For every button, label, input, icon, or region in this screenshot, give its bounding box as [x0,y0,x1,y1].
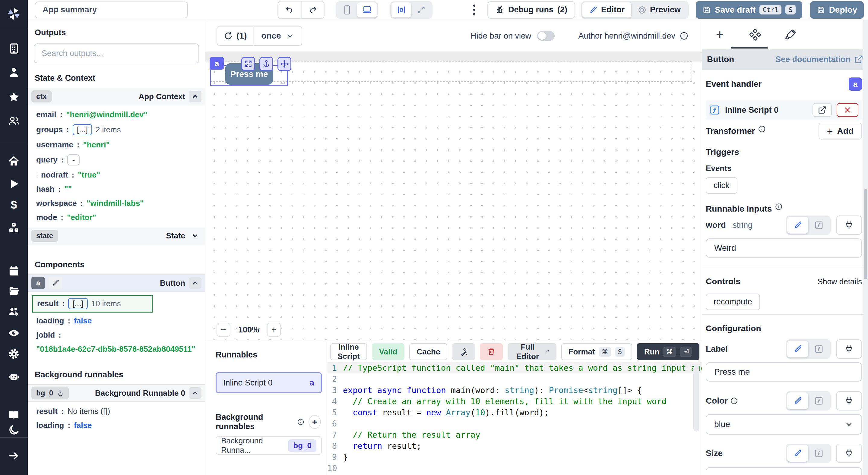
desktop-view-button[interactable] [357,2,377,18]
editor-scrollbar[interactable] [693,365,700,432]
static-mode-button[interactable] [787,341,808,358]
open-script-button[interactable] [812,103,832,117]
label-value-input[interactable] [706,362,862,381]
state-expand-button[interactable] [189,230,202,241]
app-summary-input[interactable] [35,1,188,19]
component-a-row[interactable]: "018b1a4e-62c7-db5b-8578-852ab8049511" [28,342,205,356]
building-icon[interactable] [7,42,21,55]
add-background-runnable-button[interactable]: + [309,415,321,429]
info-icon[interactable] [730,397,738,405]
info-icon[interactable] [758,125,766,133]
component-collapse-button[interactable] [189,277,202,289]
ctx-row[interactable]: mode:"editor" [28,210,205,225]
runnable-item-bg0[interactable]: Background Runna... bg_0 [216,436,322,455]
zoom-out-button[interactable]: − [217,323,230,337]
cache-button[interactable]: Cache [409,343,447,360]
play-icon[interactable] [7,177,21,191]
component-a-row[interactable]: jobId: [28,328,205,342]
ctx-row[interactable]: workspace:"windmill-labs" [28,196,205,210]
debug-runs-button[interactable]: Debug runs (2) [487,1,575,19]
preview-tab[interactable]: Preview [631,2,687,18]
bg0-row[interactable]: loading:false [28,418,205,433]
folder-icon[interactable] [7,284,21,298]
gear-icon[interactable] [7,347,21,361]
mobile-view-button[interactable] [337,2,357,18]
resize-handle-icon[interactable] [280,78,286,85]
ctx-row[interactable]: email:"henri@windmill.dev" [28,108,205,122]
info-icon[interactable] [775,203,783,211]
static-mode-button[interactable] [787,445,808,462]
code-line[interactable]: 4 // Create an array with 10 elements, f… [327,396,702,407]
insert-component-tab[interactable]: + [702,20,737,49]
code-line[interactable]: 1// TypeScript function called "main" th… [327,362,702,373]
users-icon[interactable] [7,114,21,128]
anchor-handle[interactable] [259,57,273,71]
editor-tab[interactable]: Editor [582,2,631,18]
ctx-row[interactable]: hash:"" [28,182,205,196]
dollar-icon[interactable]: $ [7,199,21,212]
redo-button[interactable] [301,1,324,19]
code-line[interactable]: 2 [327,373,702,384]
panel-scrollbar[interactable] [863,20,868,475]
component-a-row[interactable]: result:[...]10 items [32,295,153,312]
bg0-collapse-button[interactable] [189,387,202,399]
user-icon[interactable] [7,66,21,79]
component-a-header[interactable]: a Button [28,274,205,292]
frequency-select[interactable]: once [253,26,302,46]
connect-input-button[interactable] [836,444,862,463]
code-line[interactable]: 9} [327,451,702,463]
zoom-in-button[interactable]: + [267,323,281,337]
center-content-button[interactable] [392,2,411,18]
robot-icon[interactable] [7,370,21,383]
connect-input-button[interactable] [836,391,862,410]
kv-value-bracket[interactable]: [...] [68,298,88,309]
component-settings-tab[interactable] [737,20,773,49]
see-documentation-link[interactable]: See documentation [775,55,863,64]
runnable-item-inline-script-0[interactable]: Inline Script 0 a [216,372,322,393]
format-button[interactable]: Format ⌘ S [561,343,632,360]
static-mode-button[interactable] [787,217,808,234]
code-area[interactable]: 1// TypeScript function called "main" th… [327,362,702,474]
info-icon[interactable] [680,31,688,40]
hide-bar-toggle[interactable] [537,31,555,41]
eye-icon[interactable] [7,327,21,340]
windmill-logo-icon[interactable] [7,7,21,21]
search-outputs-input[interactable] [34,43,199,63]
detach-script-button[interactable] [837,103,858,117]
users-gear-icon[interactable] [7,305,21,318]
code-line[interactable]: 7 // Return the result array [327,429,702,440]
state-section-header[interactable]: state State [28,227,205,244]
rename-component-button[interactable] [49,277,62,289]
style-tab[interactable] [773,20,808,49]
attached-script-row[interactable]: Inline Script 0 [706,100,862,120]
move-handle[interactable] [277,57,291,71]
fullwidth-button[interactable] [411,2,431,18]
home-icon[interactable] [7,155,21,168]
code-line[interactable]: 6 [327,418,702,429]
word-value-input[interactable] [706,238,862,258]
ctx-row[interactable]: groups:[...]2 items [28,122,205,138]
bg0-row[interactable]: result:No items ([]) [28,404,205,418]
expr-mode-button[interactable] [808,217,829,234]
kv-value-bracket[interactable]: [...] [73,124,92,135]
ctx-collapse-button[interactable] [189,91,202,102]
component-a-row[interactable]: loading:false [28,314,205,328]
expr-mode-button[interactable] [808,341,829,358]
inline-script-tab[interactable]: Inline Script [330,343,367,360]
expr-mode-button[interactable] [808,445,829,462]
ctx-row[interactable]: username:"henri" [28,138,205,152]
cubes-icon[interactable] [7,221,21,235]
star-icon[interactable] [7,91,21,104]
ai-assist-button[interactable] [452,343,475,360]
book-icon[interactable] [7,408,21,422]
bg0-section-header[interactable]: bg_0 Background Runnable 0 [28,384,205,402]
save-draft-button[interactable]: Save draft Ctrl S [696,1,802,19]
connect-input-button[interactable] [836,215,862,235]
canvas-grid[interactable] [206,62,702,341]
refresh-button[interactable]: (1) [217,26,253,46]
info-icon[interactable] [297,418,304,426]
color-select[interactable]: blue [706,414,862,435]
expand-handle[interactable] [241,57,255,71]
add-transformer-button[interactable]: + Add [818,123,862,140]
arrow-right-icon[interactable] [7,449,21,462]
